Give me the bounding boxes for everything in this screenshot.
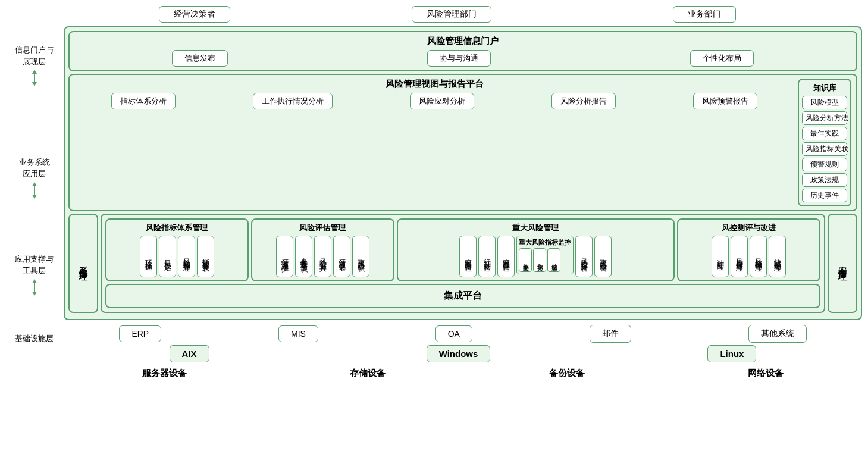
arrow-1	[32, 70, 37, 86]
assess-item-2[interactable]: 风险评估工具	[314, 236, 331, 277]
major-risk-item-2[interactable]: 应对过程管理	[497, 236, 515, 277]
infra-erp[interactable]: ERP	[119, 325, 161, 342]
kpi-mini-2[interactable]: 自动采集	[547, 248, 560, 272]
platform-section: 风险管理视图与报告平台 指标体系分析 工作执行情况分析 风险应对分析 风险分析报…	[68, 74, 857, 211]
infra-storage: 存储设备	[344, 365, 391, 382]
knowledge-item-6[interactable]: 历史事件	[802, 189, 847, 202]
module-kpi-items: 环境描述 目标设定 风险指标管理 指标业务关联	[109, 236, 245, 277]
info-portal-item-1[interactable]: 协与与沟通	[427, 50, 491, 67]
knowledge-item-2[interactable]: 最佳实践	[802, 127, 847, 140]
kpi-item-1[interactable]: 目标设定	[159, 236, 176, 277]
major-risk-item-1[interactable]: 行动计划管理	[478, 236, 496, 277]
knowledge-items: 风险模型 风险分析方法 最佳实践 风险指标关联 预警规则 政策法规 历史事件	[802, 96, 847, 202]
info-portal-items: 信息发布 协与与沟通 个性化布局	[74, 50, 851, 67]
info-portal-title: 风险管理信息门户	[74, 36, 851, 47]
infra-mail[interactable]: 邮件	[590, 325, 631, 343]
platform-item-1[interactable]: 工作执行情况分析	[253, 93, 333, 109]
kpi-mini-1[interactable]: 数据导入	[533, 248, 546, 272]
platform-title: 风险管理视图与报告平台	[74, 79, 794, 90]
module-riskctrl-items: 计划管理 风控自查管理 风控检验管理 缺陷改进管理	[681, 236, 816, 277]
kpi-item-0[interactable]: 环境描述	[140, 236, 157, 277]
biz-modules: 风险指标体系管理 环境描述 目标设定 风险指标管理 指标业务关联	[105, 218, 820, 281]
knowledge-item-1[interactable]: 风险分析方法	[802, 111, 847, 125]
module-major-risk-title: 重大风险管理	[401, 223, 671, 233]
platform-item-0[interactable]: 指标体系分析	[111, 93, 176, 109]
infra-row-1: ERP MIS OA 邮件 其他系统	[64, 325, 862, 343]
knowledge-item-4[interactable]: 预警规则	[802, 158, 847, 171]
riskctrl-item-2[interactable]: 风控检验管理	[750, 236, 767, 277]
knowledge-box: 知识库 风险模型 风险分析方法 最佳实践 风险指标关联 预警规则 政策法规 历史…	[798, 79, 851, 206]
kpi-monitor-items: 数据上报 数据导入 自动采集	[519, 248, 571, 272]
biz-inner: 风险指标体系管理 环境描述 目标设定 风险指标管理 指标业务关联	[101, 214, 825, 313]
knowledge-item-3[interactable]: 风险指标关联	[802, 142, 847, 156]
kpi-item-2[interactable]: 风险指标管理	[178, 236, 195, 277]
kpi-item-3[interactable]: 指标业务关联	[197, 236, 214, 277]
platform-item-2[interactable]: 风险应对分析	[410, 93, 474, 109]
module-assess: 风险评估管理 评估体系维护 事件收集与辨识 风险评估工具 评估过程记录 重大风险…	[251, 218, 394, 281]
knowledge-item-0[interactable]: 风险模型	[802, 96, 847, 109]
kpi-mini-0[interactable]: 数据上报	[519, 248, 532, 272]
major-risk-item-5[interactable]: 重大风险预警	[594, 236, 612, 277]
kpi-monitor-box: 重大风险指标监控 数据上报 数据导入 自动采集	[516, 236, 574, 274]
infra-other[interactable]: 其他系统	[748, 325, 807, 343]
infra-row-3: 服务器设备 存储设备 备份设备 网络设备	[64, 365, 862, 382]
integration-label: 集成平台	[444, 290, 482, 301]
riskctrl-item-3[interactable]: 缺陷改进管理	[769, 236, 786, 277]
riskctrl-item-0[interactable]: 计划管理	[712, 236, 729, 277]
infra-windows[interactable]: Windows	[427, 345, 491, 362]
top-label-ywbm: 业务部门	[673, 6, 736, 23]
major-risk-item-0[interactable]: 应对策略管理	[459, 236, 477, 277]
module-riskctrl-title: 风控测评与改进	[681, 223, 816, 233]
top-label-fxglbm: 风险管理部门	[412, 6, 491, 23]
top-label-jydjz: 经营决策者	[159, 6, 230, 23]
outer-green-box: 风险管理信息门户 信息发布 协与与沟通 个性化布局 风险管理视图与报告平台 指标…	[64, 26, 862, 320]
sys-mgmt-label: 系统管理	[78, 259, 89, 268]
platform-items: 指标体系分析 工作执行情况分析 风险应对分析 风险分析报告 风险预警报告	[74, 93, 794, 109]
module-major-risk: 重大风险管理 应对策略管理 行动计划管理 应对过程管理 重大风险指标监控	[397, 218, 675, 281]
infra-backup: 备份设备	[543, 365, 591, 382]
module-riskctrl: 风控测评与改进 计划管理 风控自查管理 风控检验管理 缺陷改进管理	[677, 218, 820, 281]
info-portal-item-2[interactable]: 个性化布局	[690, 50, 754, 67]
sys-mgmt-box: 系统管理	[68, 214, 98, 313]
knowledge-title: 知识库	[802, 83, 847, 93]
infra-network: 网络设备	[742, 365, 789, 382]
left-label-2: 业务系统应用层	[6, 104, 62, 253]
platform-item-3[interactable]: 风险分析报告	[551, 93, 616, 109]
module-assess-items: 评估体系维护 事件收集与辨识 风险评估工具 评估过程记录 重大风险标识	[255, 236, 390, 277]
main-container: 经营决策者 风险管理部门 业务部门 信息门户与展现层 业务系统应用层	[0, 0, 868, 388]
left-label-3: 应用支撑与工具层	[6, 253, 62, 298]
module-assess-title: 风险评估管理	[255, 223, 390, 233]
sec-mgmt-label: 安全管理	[837, 259, 848, 268]
riskctrl-item-1[interactable]: 风控自查管理	[731, 236, 748, 277]
platform-item-4[interactable]: 风险预警报告	[693, 93, 757, 109]
info-portal-section: 风险管理信息门户 信息发布 协与与沟通 个性化布局	[68, 31, 857, 71]
assess-item-0[interactable]: 评估体系维护	[276, 236, 293, 277]
module-kpi: 风险指标体系管理 环境描述 目标设定 风险指标管理 指标业务关联	[105, 218, 249, 281]
sec-mgmt-box: 安全管理	[828, 214, 857, 313]
arrow-3	[32, 279, 37, 296]
infra-linux[interactable]: Linux	[707, 345, 756, 362]
left-label-4: 基础设施层	[6, 298, 62, 380]
assess-item-4[interactable]: 重大风险标识	[352, 236, 369, 277]
infra-mis[interactable]: MIS	[278, 325, 318, 342]
infra-aix[interactable]: AIX	[170, 345, 209, 362]
left-label-1: 信息门户与展现层	[6, 29, 62, 104]
assess-item-1[interactable]: 事件收集与辨识	[295, 236, 312, 277]
infra-section: ERP MIS OA 邮件 其他系统 AIX Windows Linux 服务器…	[64, 325, 862, 382]
knowledge-item-5[interactable]: 政策法规	[802, 173, 847, 187]
module-major-risk-items: 应对策略管理 行动计划管理 应对过程管理 重大风险指标监控 数据上报 数据导入	[401, 236, 671, 277]
assess-item-3[interactable]: 评估过程记录	[333, 236, 350, 277]
integration-box: 集成平台	[105, 284, 820, 308]
info-portal-item-0[interactable]: 信息发布	[172, 50, 228, 67]
infra-server: 服务器设备	[136, 365, 193, 382]
infra-oa[interactable]: OA	[435, 325, 472, 342]
biz-layer: 系统管理 风险指标体系管理 环境描述 目标设定 风险指标管理	[68, 214, 857, 313]
kpi-monitor-title: 重大风险指标监控	[519, 238, 571, 247]
major-risk-item-4[interactable]: 风险指标分析	[575, 236, 593, 277]
module-kpi-title: 风险指标体系管理	[109, 223, 245, 233]
infra-row-2: AIX Windows Linux	[64, 345, 862, 362]
arrow-2	[32, 182, 37, 199]
